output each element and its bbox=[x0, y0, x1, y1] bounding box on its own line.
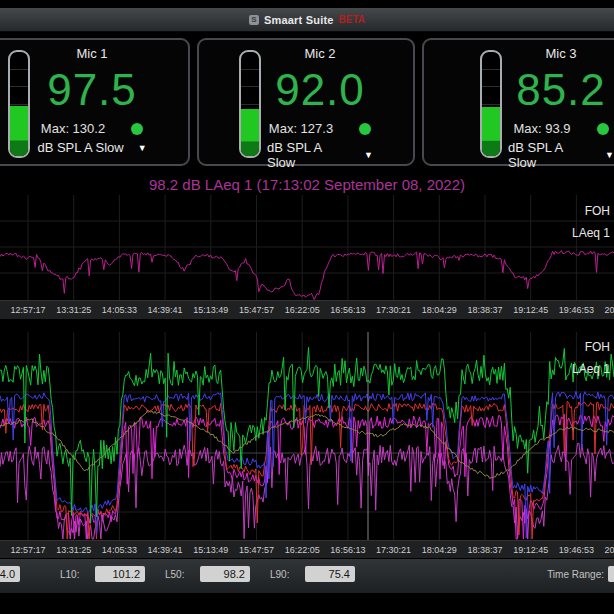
time-tick-label: 17:30:21 bbox=[376, 305, 411, 315]
metric-selector[interactable]: dB SPL A Slow▼ bbox=[508, 140, 614, 170]
time-tick-label: 13:31:25 bbox=[56, 545, 91, 555]
time-tick-label: 17:30:21 bbox=[376, 545, 411, 555]
l50-label: L50: bbox=[165, 569, 184, 580]
time-tick-label: 14:39:41 bbox=[148, 305, 183, 315]
level-meter-fill bbox=[241, 109, 259, 156]
time-tick-label: 15:47:57 bbox=[239, 545, 274, 555]
time-tick-label: 20:21:01 bbox=[605, 545, 614, 555]
level-meter-mic2 bbox=[239, 50, 261, 158]
time-tick-label: 18:04:29 bbox=[422, 545, 457, 555]
l50-value-box: 98.2 bbox=[200, 566, 250, 582]
bottom-chart-legend: FOH LAeq 1 bbox=[572, 336, 610, 380]
max-label: Max: 130.2 bbox=[41, 121, 105, 136]
time-tick-label: 14:05:33 bbox=[102, 305, 137, 315]
meter-panel-mic2[interactable]: Mic 2 92.0 Max: 127.3 dB SPL A Slow▼ bbox=[197, 38, 415, 166]
spl-readout: 97.5 bbox=[47, 61, 137, 119]
time-range-label: Time Range: bbox=[547, 569, 604, 580]
chevron-down-icon: ▼ bbox=[138, 143, 147, 153]
level-meter-mic1 bbox=[8, 50, 30, 158]
legend-group-label: FOH bbox=[572, 336, 610, 358]
time-axis-bottom: 12:57:1713:31:2514:05:3314:39:4115:13:49… bbox=[0, 540, 614, 560]
level-meter-fill bbox=[482, 107, 500, 156]
status-dot bbox=[597, 123, 609, 135]
mic-name: Mic 1 bbox=[76, 46, 107, 61]
time-tick-label: 14:05:33 bbox=[102, 545, 137, 555]
level-meter-fill bbox=[10, 106, 28, 156]
chevron-down-icon: ▼ bbox=[364, 150, 373, 160]
l90-label: L90: bbox=[270, 569, 289, 580]
chevron-down-icon: ▼ bbox=[605, 150, 614, 160]
spl-readout: 92.0 bbox=[275, 61, 365, 119]
spl-bands-history-chart[interactable] bbox=[0, 332, 614, 540]
time-tick-label: 13:31:25 bbox=[56, 305, 91, 315]
time-tick-label: 18:38:37 bbox=[467, 305, 502, 315]
time-range-select[interactable] bbox=[608, 566, 614, 582]
time-tick-label: 19:12:45 bbox=[513, 545, 548, 555]
legend-series-label: LAeq 1 bbox=[572, 222, 610, 244]
status-dot bbox=[359, 123, 371, 135]
metric-selector[interactable]: dB SPL A Slow▼ bbox=[37, 140, 146, 155]
mic-name: Mic 2 bbox=[304, 46, 335, 61]
time-tick-label: 16:22:05 bbox=[285, 545, 320, 555]
smaart-suite-window: S Smaart Suite BETA Mic 1 97.5 Max: 130.… bbox=[0, 0, 614, 614]
status-dot bbox=[131, 123, 143, 135]
time-tick-label: 18:04:29 bbox=[422, 305, 457, 315]
time-tick-label: 19:46:53 bbox=[559, 305, 594, 315]
meter-panel-mic3[interactable]: Mic 3 85.2 Max: 93.9 dB SPL A Slow▼ bbox=[422, 38, 614, 166]
metric-selector[interactable]: dB SPL A Slow▼ bbox=[267, 140, 373, 170]
level-meter-mic3 bbox=[480, 50, 502, 158]
laeq-history-chart[interactable] bbox=[0, 195, 614, 300]
time-tick-label: 15:13:49 bbox=[193, 545, 228, 555]
spl-readout: 85.2 bbox=[516, 61, 606, 119]
time-tick-label: 19:46:53 bbox=[559, 545, 594, 555]
status-bar: 104.0 L10: 101.2 L50: 98.2 L90: 75.4 Tim… bbox=[0, 558, 614, 593]
time-tick-label: 12:57:17 bbox=[10, 545, 45, 555]
max-label: Max: 93.9 bbox=[513, 121, 570, 136]
time-tick-label: 16:56:13 bbox=[330, 545, 365, 555]
time-tick-label: 15:13:49 bbox=[193, 305, 228, 315]
time-axis-top: 12:57:1713:31:2514:05:3314:39:4115:13:49… bbox=[0, 300, 614, 320]
max-label: Max: 127.3 bbox=[269, 121, 333, 136]
cursor-readout-banner: 98.2 dB LAeq 1 (17:13:02 September 08, 2… bbox=[0, 176, 614, 193]
l10-label: L10: bbox=[60, 569, 79, 580]
time-tick-label: 18:38:37 bbox=[467, 545, 502, 555]
window-title: Smaart Suite bbox=[264, 14, 334, 26]
beta-badge: BETA bbox=[339, 14, 365, 25]
mic-name: Mic 3 bbox=[545, 46, 576, 61]
legend-series-label: LAeq 1 bbox=[572, 358, 610, 380]
time-tick-label: 12:57:17 bbox=[10, 305, 45, 315]
legend-group-label: FOH bbox=[572, 200, 610, 222]
app-icon: S bbox=[249, 15, 259, 25]
time-tick-label: 19:12:45 bbox=[513, 305, 548, 315]
l90-value-box: 75.4 bbox=[305, 566, 355, 582]
leq-value-box: 104.0 bbox=[0, 566, 20, 582]
time-tick-label: 16:56:13 bbox=[330, 305, 365, 315]
time-tick-label: 20:21:01 bbox=[605, 305, 614, 315]
time-tick-label: 14:39:41 bbox=[148, 545, 183, 555]
time-tick-label: 15:47:57 bbox=[239, 305, 274, 315]
time-tick-label: 16:22:05 bbox=[285, 305, 320, 315]
meter-panel-mic1[interactable]: Mic 1 97.5 Max: 130.2 dB SPL A Slow▼ bbox=[0, 38, 190, 166]
title-bar: S Smaart Suite BETA bbox=[0, 8, 614, 32]
top-chart-legend: FOH LAeq 1 bbox=[572, 200, 610, 244]
l10-value-box: 101.2 bbox=[95, 566, 145, 582]
